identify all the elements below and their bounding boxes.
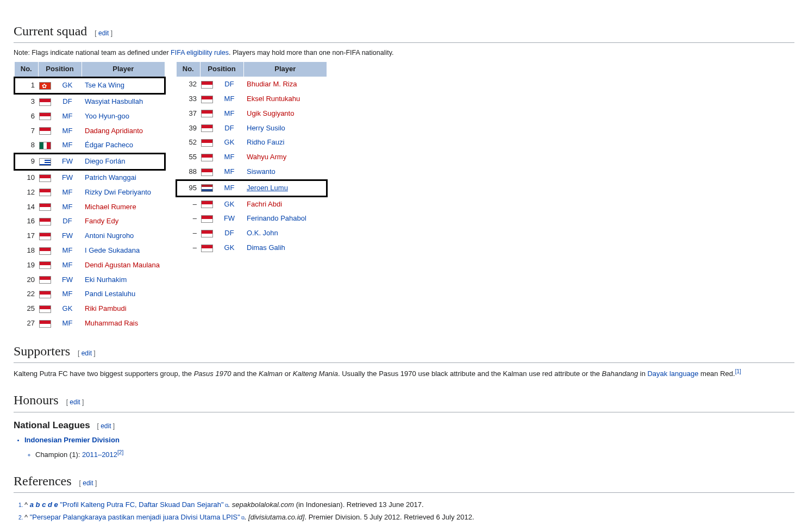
flag-icon: [39, 112, 51, 120]
table-row: 39DFHerry Susilo: [177, 121, 327, 136]
player-link[interactable]: Fachri Abdi: [247, 200, 282, 208]
position-link[interactable]: MF: [62, 319, 73, 327]
position-link[interactable]: MF: [224, 109, 235, 117]
cell-no: 6: [15, 109, 39, 124]
edit-wrap: [ edit ]: [95, 29, 112, 37]
player-link[interactable]: Wahyu Army: [247, 153, 286, 161]
position-link[interactable]: GK: [224, 200, 235, 208]
position-link[interactable]: DF: [62, 217, 72, 225]
player-link[interactable]: Michael Rumere: [85, 203, 136, 211]
cell-pos: FW: [53, 229, 82, 243]
position-link[interactable]: MF: [62, 203, 73, 211]
cell-flag: [38, 200, 53, 215]
player-link[interactable]: Dadang Apridianto: [85, 127, 143, 135]
player-link[interactable]: Pandi Lestaluhu: [85, 290, 135, 298]
edit-link-natleagues[interactable]: edit: [101, 422, 111, 430]
cell-no: 95: [177, 180, 201, 196]
position-link[interactable]: FW: [62, 173, 73, 181]
position-link[interactable]: MF: [62, 112, 73, 120]
cell-flag: [38, 170, 53, 185]
ref-backlink[interactable]: c: [42, 500, 46, 509]
premier-division-link[interactable]: Indonesian Premier Division: [24, 436, 120, 444]
player-link[interactable]: Ugik Sugiyanto: [247, 109, 294, 117]
dayak-language-link[interactable]: Dayak language: [647, 370, 698, 378]
player-link[interactable]: Wasyiat Hasbullah: [85, 97, 143, 105]
position-link[interactable]: FW: [62, 231, 73, 240]
player-link[interactable]: Bhudiar M. Riza: [247, 80, 297, 88]
flag-icon: [39, 127, 51, 135]
table-row: 10FWPatrich Wanggai: [15, 170, 165, 185]
position-link[interactable]: MF: [224, 184, 235, 192]
position-link[interactable]: MF: [62, 127, 73, 135]
supporters-paragraph: Kalteng Putra FC have two biggest suppor…: [14, 367, 794, 380]
cell-player: Michael Rumere: [82, 200, 165, 215]
position-link[interactable]: FW: [224, 214, 235, 222]
section-supporters: Supporters [ edit ]: [14, 341, 794, 363]
position-link[interactable]: DF: [224, 80, 234, 88]
player-link[interactable]: Édgar Pacheco: [85, 141, 133, 149]
ref-2-link[interactable]: [2]: [117, 449, 123, 455]
cell-pos: MF: [53, 185, 82, 200]
player-link[interactable]: Muhammad Rais: [85, 319, 138, 327]
position-link[interactable]: MF: [62, 246, 73, 254]
cell-pos: MF: [53, 258, 82, 273]
ref-backlink[interactable]: a: [30, 500, 34, 509]
position-link[interactable]: GK: [62, 304, 73, 312]
edit-link-references[interactable]: edit: [83, 479, 93, 487]
player-link[interactable]: Herry Susilo: [247, 124, 285, 132]
cell-flag: [200, 226, 215, 241]
player-link[interactable]: Eksel Runtukahu: [247, 95, 300, 103]
player-link[interactable]: Rizky Dwi Febriyanto: [85, 188, 151, 196]
player-link[interactable]: Ridho Fauzi: [247, 138, 284, 146]
player-link[interactable]: Siswanto: [247, 167, 275, 176]
player-link[interactable]: Tse Ka Wing: [85, 81, 124, 89]
ref-title-link[interactable]: "Persepar Palangkaraya pastikan menjadi …: [30, 513, 245, 521]
position-link[interactable]: MF: [62, 290, 73, 298]
player-link[interactable]: Fandy Edy: [85, 217, 118, 225]
edit-link-honours[interactable]: edit: [70, 398, 80, 406]
position-link[interactable]: FW: [62, 157, 73, 165]
player-link[interactable]: Yoo Hyun-goo: [85, 112, 129, 120]
position-link[interactable]: DF: [224, 229, 234, 237]
position-link[interactable]: MF: [224, 95, 235, 103]
position-link[interactable]: MF: [62, 261, 73, 269]
position-link[interactable]: GK: [62, 81, 73, 89]
ref-backlink[interactable]: d: [48, 500, 52, 509]
player-link[interactable]: Dendi Agustan Maulana: [85, 261, 160, 269]
position-link[interactable]: MF: [62, 188, 73, 196]
position-link[interactable]: FW: [62, 276, 73, 284]
cell-pos: MF: [215, 150, 243, 165]
player-link[interactable]: Ferinando Pahabol: [247, 214, 306, 222]
cell-player: Ugik Sugiyanto: [243, 107, 327, 121]
player-link[interactable]: O.K. John: [247, 229, 278, 237]
edit-link-squad[interactable]: edit: [98, 29, 109, 37]
player-link[interactable]: Diego Forlán: [85, 157, 125, 165]
season-link[interactable]: 2011–2012: [82, 450, 117, 459]
ref-1-link[interactable]: [1]: [735, 368, 741, 374]
position-link[interactable]: MF: [224, 167, 235, 176]
position-link[interactable]: GK: [224, 138, 235, 146]
cell-pos: MF: [53, 200, 82, 215]
cell-flag: [200, 165, 215, 180]
position-link[interactable]: GK: [224, 243, 235, 252]
fifa-rules-link[interactable]: FIFA eligibility rules: [171, 49, 229, 57]
cell-pos: GK: [215, 196, 243, 211]
player-link[interactable]: Patrich Wanggai: [85, 173, 136, 181]
player-link[interactable]: Dimas Galih: [247, 243, 285, 252]
player-link[interactable]: I Gede Sukadana: [85, 246, 140, 254]
player-link[interactable]: Eki Nurhakim: [85, 276, 127, 284]
cell-no: –: [177, 241, 201, 255]
ref-title-link[interactable]: "Profil Kalteng Putra FC, Daftar Skuad D…: [60, 500, 228, 509]
table-row: 32DFBhudiar M. Riza: [177, 77, 327, 92]
position-link[interactable]: MF: [224, 153, 235, 161]
position-link[interactable]: DF: [224, 124, 234, 132]
player-link[interactable]: Antoni Nugroho: [85, 231, 134, 240]
position-link[interactable]: MF: [62, 141, 73, 149]
player-link[interactable]: Jeroen Lumu: [247, 184, 288, 192]
position-link[interactable]: DF: [62, 97, 72, 105]
ref-backlink[interactable]: e: [54, 500, 58, 509]
edit-link-supporters[interactable]: edit: [82, 349, 92, 357]
ref-backlink[interactable]: b: [36, 500, 40, 509]
cell-no: 22: [15, 287, 39, 302]
player-link[interactable]: Riki Pambudi: [85, 304, 127, 312]
